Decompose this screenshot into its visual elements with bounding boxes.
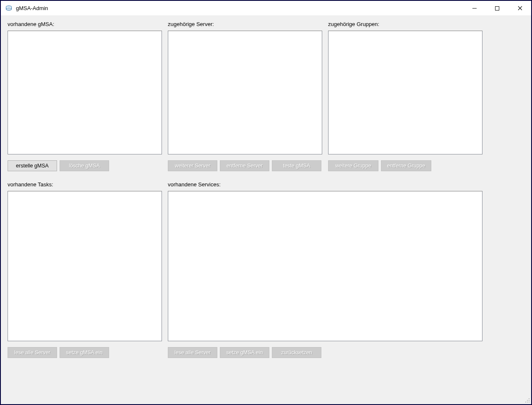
btnrow-servers: weiterer Server entferne Server teste gM… [168,160,322,171]
svg-rect-5 [529,400,529,401]
listbox-tasks[interactable] [8,191,162,341]
btnrow-gmsa: erstelle gMSA lösche gMSA [8,160,162,171]
listbox-gmsa[interactable] [8,31,162,154]
read-servers-services-button[interactable]: lese alle Server [168,347,217,358]
titlebar: gMSA-Admin [1,1,531,16]
label-servers: zugehörige Server: [168,21,322,27]
btnrow-services: lese alle Server setze gMSA ein zurückse… [168,347,482,358]
listbox-services[interactable] [168,191,482,341]
window: gMSA-Admin vorhandene gMSA: erstelle gM [1,1,531,404]
listbox-servers[interactable] [168,31,322,154]
panel-services: vorhandene Services: lese alle Server se… [168,181,482,358]
remove-group-button[interactable]: entferne Gruppe [381,160,431,171]
svg-rect-3 [529,398,529,399]
maximize-button[interactable] [486,2,509,15]
client-area: vorhandene gMSA: erstelle gMSA lösche gM… [1,16,531,404]
top-row: vorhandene gMSA: erstelle gMSA lösche gM… [8,21,524,171]
window-title: gMSA-Admin [16,5,48,11]
test-gmsa-button[interactable]: teste gMSA [272,160,321,171]
resize-grip-icon[interactable] [524,397,530,403]
svg-rect-2 [495,6,499,10]
bottom-row: vorhandene Tasks: lese alle Server setze… [8,181,524,358]
panel-tasks: vorhandene Tasks: lese alle Server setze… [8,181,162,358]
close-button[interactable] [509,2,531,15]
listbox-groups[interactable] [328,31,482,154]
reset-button[interactable]: zurücksetzen [272,347,321,358]
delete-gmsa-button[interactable]: lösche gMSA [60,160,109,171]
panel-groups: zugehörige Gruppen: weitere Gruppe entfe… [328,21,482,171]
svg-rect-7 [527,402,528,402]
remove-server-button[interactable]: entferne Server [220,160,269,171]
label-tasks: vorhandene Tasks: [8,181,162,188]
svg-rect-8 [529,402,529,402]
label-gmsa: vorhandene gMSA: [8,21,162,27]
set-gmsa-services-button[interactable]: setze gMSA ein [220,347,269,358]
app-icon [5,5,13,12]
set-gmsa-tasks-button[interactable]: setze gMSA ein [60,347,109,358]
btnrow-tasks: lese alle Server setze gMSA ein [8,347,162,358]
btnrow-groups: weitere Gruppe entferne Gruppe [328,160,482,171]
label-services: vorhandene Services: [168,181,482,188]
svg-rect-4 [527,400,528,401]
create-gmsa-button[interactable]: erstelle gMSA [8,160,57,171]
minimize-button[interactable] [463,2,486,15]
svg-rect-6 [525,402,526,402]
add-group-button[interactable]: weitere Gruppe [328,160,378,171]
label-groups: zugehörige Gruppen: [328,21,482,27]
read-servers-tasks-button[interactable]: lese alle Server [8,347,57,358]
add-server-button[interactable]: weiterer Server [168,160,217,171]
panel-gmsa: vorhandene gMSA: erstelle gMSA lösche gM… [8,21,162,171]
panel-servers: zugehörige Server: weiterer Server entfe… [168,21,322,171]
